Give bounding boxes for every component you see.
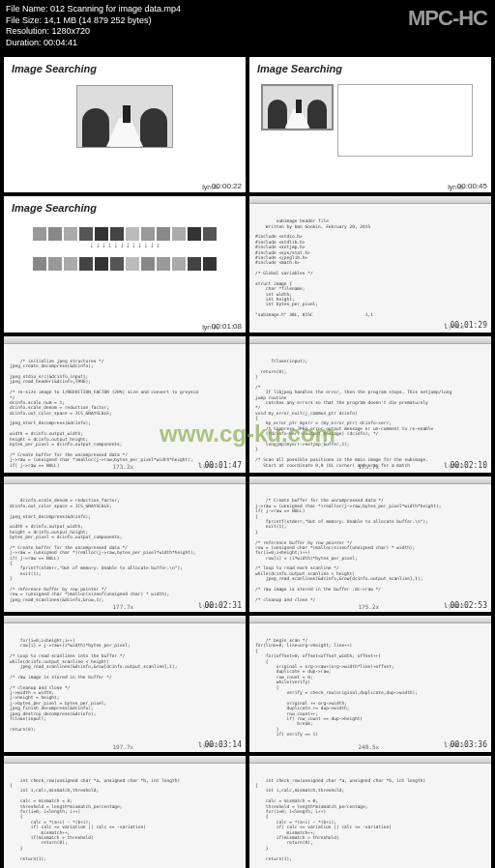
- window-titlebar: [4, 336, 246, 344]
- window-titlebar: [249, 336, 491, 344]
- thumbnail-2[interactable]: Image Searching lynda 00:00:45: [249, 57, 491, 193]
- window-titlebar: [249, 616, 491, 623]
- slide-title: Image Searching: [4, 57, 246, 80]
- ratio: 197.7x: [113, 743, 134, 750]
- timestamp: 00:03:14: [202, 740, 244, 750]
- ratio: 175.7x: [359, 463, 380, 470]
- timestamp: 00:00:45: [455, 182, 489, 190]
- thumbnail-12[interactable]: int check_row(unsigned char *a, unsigned…: [249, 756, 491, 868]
- thumbnail-3[interactable]: Image Searching ↓ ↓ ↓ ↓ ↓ ↓ ↓ ↓ ↓ ↓ ↓ ↓ …: [4, 196, 246, 333]
- arrows-row: ↓ ↓ ↓ ↓ ↓ ↓ ↓ ↓ ↓ ↓ ↓ ↓: [4, 241, 246, 249]
- thumbnail-6[interactable]: fclose(input); return(0); } /* If libjpe…: [249, 336, 491, 473]
- ratio: 173.2x: [113, 463, 134, 470]
- timestamp: 00:00:22: [210, 182, 244, 190]
- timestamp: 00:02:53: [448, 601, 489, 611]
- thumbnail-5[interactable]: /* initialize jpeg structures */ jpeg_cr…: [4, 336, 246, 473]
- timestamp: 00:02:31: [202, 601, 244, 611]
- thumbnail-8[interactable]: /* Create buffer for the uncompressed da…: [249, 477, 491, 613]
- window-titlebar: [249, 756, 491, 764]
- window-titlebar: [4, 756, 246, 764]
- ratio: 177.7x: [113, 603, 134, 610]
- code-content: int check_row(unsigned char *a, unsigned…: [255, 778, 425, 861]
- code-content: for(i=0;i<height;i++) row[i] = j->raw+(i…: [10, 638, 177, 732]
- code-content: /* begin scan */ for(line=0; line<org->h…: [255, 638, 418, 737]
- pixel-row-top: [4, 227, 246, 241]
- code-content: fclose(input); return(0); } /* If libjpe…: [255, 359, 451, 468]
- window-titlebar: [249, 196, 491, 204]
- window-titlebar: [4, 616, 246, 623]
- code-content: /* initialize jpeg structures */ jpeg_cr…: [10, 359, 198, 468]
- slide-title: Image Searching: [249, 57, 491, 80]
- code-content: subimage header file Written by Dan Gook…: [255, 218, 373, 317]
- wedding-photo: [76, 85, 173, 148]
- ratio: 248.5x: [359, 743, 380, 750]
- timestamp: 00:01:08: [210, 322, 244, 331]
- timestamp: 00:02:10: [448, 461, 489, 471]
- thumbnail-grid: Image Searching lynda 00:00:22 Image Sea…: [0, 53, 495, 868]
- thumbnail-7[interactable]: dcinfo.scale_denom = reduction_factor; d…: [4, 477, 246, 613]
- slide-title: Image Searching: [4, 196, 246, 219]
- timestamp: 00:01:47: [202, 461, 244, 471]
- thumbnail-10[interactable]: /* begin scan */ for(line=0; line<org->h…: [249, 616, 491, 752]
- timestamp: 00:01:29: [448, 321, 489, 331]
- pixel-row-bottom: [4, 257, 246, 271]
- thumbnail-4[interactable]: subimage header file Written by Dan Gook…: [249, 196, 491, 333]
- code-content: dcinfo.scale_denom = reduction_factor; d…: [10, 498, 195, 601]
- ratio: 175.2x: [359, 603, 380, 610]
- window-titlebar: [4, 477, 246, 484]
- app-logo: MPC-HC: [408, 6, 487, 31]
- code-content: int check_row(unsigned char *a, unsigned…: [10, 778, 180, 861]
- thumbnail-11[interactable]: int check_row(unsigned char *a, unsigned…: [4, 756, 246, 868]
- wedding-photo-small: [261, 84, 334, 130]
- blank-canvas: [337, 84, 473, 157]
- thumbnail-9[interactable]: for(i=0;i<height;i++) row[i] = j->raw+(i…: [4, 616, 246, 752]
- code-content: /* Create buffer for the uncompressed da…: [255, 498, 441, 601]
- window-titlebar: [249, 477, 491, 484]
- thumbnail-1[interactable]: Image Searching lynda 00:00:22: [4, 57, 246, 193]
- timestamp: 00:03:36: [448, 740, 489, 750]
